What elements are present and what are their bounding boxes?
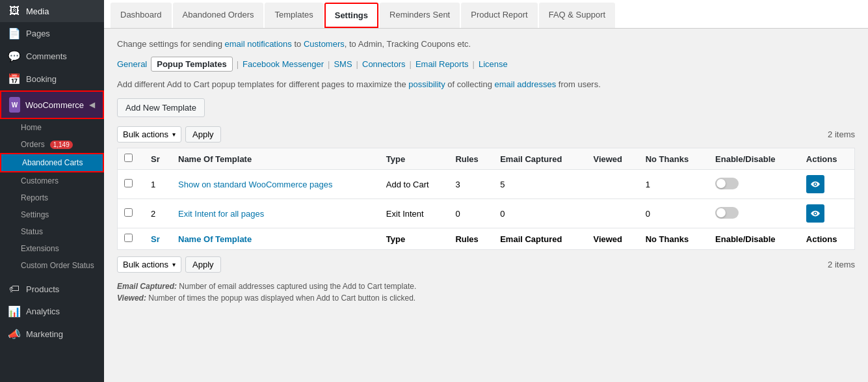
col-actions-header: Actions xyxy=(800,148,855,170)
row-1-type: Exit Intent xyxy=(380,199,449,228)
sidebar-item-pages[interactable]: 📄 Pages xyxy=(0,22,104,45)
chevron-down-icon-bottom: ▾ xyxy=(172,261,176,268)
sidebar-sub-reports[interactable]: Reports xyxy=(0,189,104,206)
comments-icon: 💬 xyxy=(8,50,21,62)
add-info-text: Add different Add to Cart popup template… xyxy=(117,79,855,89)
col-rules-header: Rules xyxy=(449,148,493,170)
subnav-license[interactable]: License xyxy=(479,59,508,69)
toggle-0[interactable] xyxy=(715,178,739,189)
sidebar-sub-customers[interactable]: Customers xyxy=(0,172,104,189)
sidebar-item-comments[interactable]: 💬 Comments xyxy=(0,45,104,68)
sidebar-item-woocommerce[interactable]: W WooCommerce ◀ xyxy=(0,90,104,119)
products-icon: 🏷 xyxy=(8,283,21,295)
subnav-sep-2: | xyxy=(328,59,330,69)
col-email-captured-header: Email Captured xyxy=(493,148,586,170)
toolbar-top: Bulk actions ▾ Apply 2 items xyxy=(117,126,855,143)
row-0-actions xyxy=(800,170,855,199)
footer-sr: Sr xyxy=(144,228,172,250)
toolbar-top-left: Bulk actions ▾ Apply xyxy=(117,126,221,143)
sidebar-sub-abandoned-carts[interactable]: Abandoned Carts xyxy=(0,153,104,172)
footer-notes: Email Captured: Number of email addresse… xyxy=(117,282,855,303)
row-0-rules: 3 xyxy=(449,170,493,199)
tab-product-report[interactable]: Product Report xyxy=(461,3,537,28)
footer-rules: Rules xyxy=(449,228,493,250)
subnav-sep-5: | xyxy=(473,59,475,69)
col-name-header: Name Of Template xyxy=(172,148,380,170)
footer-checkbox xyxy=(118,228,145,250)
sidebar-item-products[interactable]: 🏷 Products xyxy=(0,278,104,300)
subnav-popup-templates[interactable]: Popup Templates xyxy=(151,57,232,72)
table-row: 2 Exit Intent for all pages Exit Intent … xyxy=(118,199,855,228)
subnav-email-reports[interactable]: Email Reports xyxy=(415,59,469,69)
select-all-checkbox[interactable] xyxy=(124,154,133,162)
row-1-checkbox[interactable] xyxy=(124,208,133,217)
table-footer-row: Sr Name Of Template Type Rules Email Cap… xyxy=(118,228,855,250)
customers-link[interactable]: Customers xyxy=(304,39,345,49)
sidebar-item-marketing[interactable]: 📣 Marketing xyxy=(0,323,104,346)
col-checkbox-header xyxy=(118,148,145,170)
sidebar-sub-status[interactable]: Status xyxy=(0,223,104,240)
row-1-actions xyxy=(800,199,855,228)
apply-button-bottom[interactable]: Apply xyxy=(185,256,221,273)
marketing-icon: 📣 xyxy=(8,328,21,340)
sidebar-item-media[interactable]: 🖼 Media xyxy=(0,0,104,22)
bulk-actions-select-top[interactable]: Bulk actions ▾ xyxy=(117,126,181,143)
subnav-sep-3: | xyxy=(356,59,358,69)
main-content: Dashboard Abandoned Orders Templates Set… xyxy=(104,0,868,382)
row-0-type: Add to Cart xyxy=(380,170,449,199)
table-row: 1 Show on standard WooCommerce pages Add… xyxy=(118,170,855,199)
tab-dashboard[interactable]: Dashboard xyxy=(111,3,172,28)
toolbar-bottom-left: Bulk actions ▾ Apply xyxy=(117,256,221,273)
footer-note-viewed: Viewed: Number of times the popup was di… xyxy=(117,293,855,303)
row-1-name: Exit Intent for all pages xyxy=(172,199,380,228)
view-button-1[interactable] xyxy=(806,204,824,223)
row-1-sr: 2 xyxy=(144,199,172,228)
tab-reminders-sent[interactable]: Reminders Sent xyxy=(380,3,460,28)
apply-button-top[interactable]: Apply xyxy=(185,126,221,143)
sidebar-sub-orders[interactable]: Orders 1,149 xyxy=(0,136,104,153)
subnav-sep-4: | xyxy=(409,59,411,69)
row-0-no-thanks: 1 xyxy=(639,170,709,199)
pages-icon: 📄 xyxy=(8,27,21,40)
subnav-sms[interactable]: SMS xyxy=(334,59,352,69)
toolbar-bottom: Bulk actions ▾ Apply 2 items xyxy=(117,256,855,273)
tab-abandoned-orders[interactable]: Abandoned Orders xyxy=(173,3,264,28)
row-1-email-captured: 0 xyxy=(493,199,586,228)
tab-faq-support[interactable]: FAQ & Support xyxy=(539,3,615,28)
subnav-facebook-messenger[interactable]: Facebook Messenger xyxy=(243,59,324,69)
footer-enable-disable: Enable/Disable xyxy=(709,228,800,250)
sidebar-sub-home[interactable]: Home xyxy=(0,119,104,136)
col-type-header: Type xyxy=(380,148,449,170)
tab-templates[interactable]: Templates xyxy=(265,3,322,28)
select-all-footer-checkbox[interactable] xyxy=(124,234,133,242)
subnav-general[interactable]: General xyxy=(117,59,147,69)
add-new-template-button[interactable]: Add New Template xyxy=(117,98,205,117)
row-0-email-captured: 5 xyxy=(493,170,586,199)
footer-no-thanks: No Thanks xyxy=(639,228,709,250)
sidebar-sub-extensions[interactable]: Extensions xyxy=(0,240,104,257)
view-button-0[interactable] xyxy=(806,175,824,193)
row-1-no-thanks: 0 xyxy=(639,199,709,228)
row-0-viewed xyxy=(586,170,638,199)
woo-collapse-icon: ◀ xyxy=(89,100,95,109)
analytics-icon: 📊 xyxy=(8,305,21,318)
sidebar-sub-settings[interactable]: Settings xyxy=(0,206,104,223)
sidebar-item-booking[interactable]: 📅 Booking xyxy=(0,68,104,90)
row-0-checkbox[interactable] xyxy=(124,179,133,187)
footer-actions: Actions xyxy=(800,228,855,250)
sidebar-sub-custom-order-status[interactable]: Custom Order Status xyxy=(0,257,104,274)
toggle-1[interactable] xyxy=(715,207,739,219)
col-viewed-header: Viewed xyxy=(586,148,638,170)
col-sr-header: Sr xyxy=(144,148,172,170)
sidebar-item-analytics[interactable]: 📊 Analytics xyxy=(0,300,104,323)
bulk-actions-select-bottom[interactable]: Bulk actions ▾ xyxy=(117,256,181,273)
sidebar: 🖼 Media 📄 Pages 💬 Comments 📅 Booking W W… xyxy=(0,0,104,382)
email-link[interactable]: email notifications xyxy=(225,39,292,49)
tab-settings[interactable]: Settings xyxy=(324,3,378,28)
footer-note-email-captured: Email Captured: Number of email addresse… xyxy=(117,282,855,291)
orders-badge: 1,149 xyxy=(50,141,73,149)
booking-icon: 📅 xyxy=(8,73,21,85)
row-0-enable-disable xyxy=(709,170,800,199)
description-text: Change settings for sending email notifi… xyxy=(117,39,855,49)
subnav-connectors[interactable]: Connectors xyxy=(362,59,405,69)
